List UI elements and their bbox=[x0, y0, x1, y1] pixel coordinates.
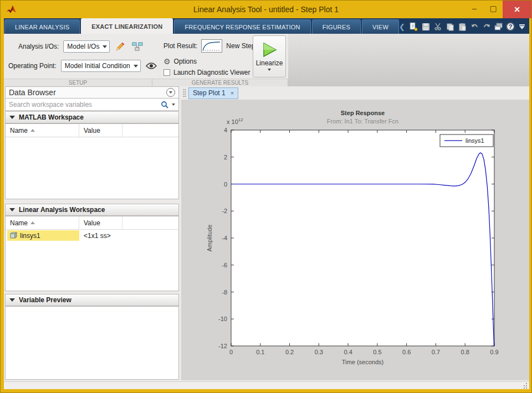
edit-pencil-icon[interactable] bbox=[114, 40, 126, 53]
collapse-icon bbox=[9, 208, 15, 211]
launch-diagnostic-checkbox[interactable]: Launch Diagnostic Viewer bbox=[163, 69, 250, 76]
resize-grip[interactable] bbox=[523, 383, 528, 389]
svg-text:0.2: 0.2 bbox=[285, 349, 294, 355]
block-diagram-icon[interactable] bbox=[131, 40, 144, 53]
plot-panel: Step Plot 1 × 00.10.20.30.40.50.60.70.80… bbox=[181, 86, 529, 380]
step-response-plot[interactable]: 00.10.20.30.40.50.60.70.80.9420-2-4-6-8-… bbox=[181, 100, 529, 380]
new-session-icon[interactable] bbox=[408, 22, 418, 32]
tab-view[interactable]: VIEW bbox=[362, 19, 399, 34]
data-browser-title: Data Browser bbox=[9, 88, 56, 97]
svg-text:0.6: 0.6 bbox=[402, 349, 411, 355]
operating-point-dropdown[interactable]: Model Initial Condition bbox=[61, 60, 141, 72]
collapse-ribbon-icon[interactable] bbox=[517, 22, 527, 32]
svg-text:0.8: 0.8 bbox=[461, 349, 469, 355]
tab-figures[interactable]: FIGURES bbox=[312, 19, 361, 34]
drag-handle[interactable] bbox=[183, 89, 186, 97]
analysis-ios-dropdown[interactable]: Model I/Os bbox=[63, 40, 110, 53]
tab-linear-analysis[interactable]: LINEAR ANALYSIS bbox=[4, 19, 80, 34]
table-row-linsys1[interactable]: linsys1 <1x1 ss> bbox=[6, 230, 178, 241]
close-button[interactable]: ✕ bbox=[503, 1, 531, 18]
search-input[interactable] bbox=[9, 101, 157, 108]
analysis-ios-label: Analysis I/Os: bbox=[18, 43, 59, 50]
svg-text:0.4: 0.4 bbox=[344, 349, 352, 355]
undo-icon[interactable] bbox=[469, 22, 479, 32]
main-area: Data Browser MATLAB Workspace Name bbox=[4, 86, 529, 381]
chevron-down-icon bbox=[134, 65, 138, 68]
search-options-icon[interactable] bbox=[172, 104, 175, 106]
chevron-down-icon bbox=[268, 69, 271, 71]
ribbon: Analysis I/Os: Model I/Os Operating Poin… bbox=[4, 34, 529, 86]
svg-text:Time (seconds): Time (seconds) bbox=[342, 359, 383, 365]
linear-analysis-workspace-table: Name Value linsys1 <1x1 ss bbox=[5, 216, 179, 291]
column-header-name[interactable]: Name bbox=[6, 124, 79, 137]
svg-text:-2: -2 bbox=[222, 208, 227, 214]
svg-text:-6: -6 bbox=[222, 262, 227, 268]
generate-results-section-label: GENERATE RESULTS bbox=[152, 79, 288, 86]
column-header-value[interactable]: Value bbox=[79, 124, 122, 137]
operating-point-label: Operating Point: bbox=[8, 62, 57, 70]
maximize-button[interactable]: ▢ bbox=[484, 1, 503, 16]
paste-icon[interactable] bbox=[457, 22, 467, 32]
matlab-workspace-header[interactable]: MATLAB Workspace bbox=[5, 111, 179, 123]
options-button[interactable]: ⚙ Options bbox=[163, 57, 197, 66]
svg-text:From: In1 To: Transfer Fcn: From: In1 To: Transfer Fcn bbox=[327, 118, 398, 125]
svg-text:-12: -12 bbox=[218, 343, 227, 349]
chevron-left-icon: ❮ bbox=[399, 23, 405, 31]
help-icon[interactable]: ? bbox=[506, 22, 515, 31]
redo-icon[interactable] bbox=[482, 22, 492, 32]
variable-preview-header[interactable]: Variable Preview bbox=[5, 294, 179, 306]
linear-analysis-workspace-header[interactable]: Linear Analysis Workspace bbox=[5, 204, 179, 216]
cut-icon[interactable] bbox=[433, 22, 443, 32]
close-tab-icon[interactable]: × bbox=[231, 90, 234, 96]
tab-step-plot-1[interactable]: Step Plot 1 × bbox=[188, 87, 238, 99]
copy-icon[interactable] bbox=[445, 22, 455, 32]
window-title: Linear Analysis Tool - untitled - Step P… bbox=[1, 5, 531, 14]
variable-preview-box bbox=[5, 306, 179, 380]
variable-name: linsys1 bbox=[20, 232, 40, 240]
ribbon-empty-area bbox=[288, 34, 529, 86]
svg-text:-10: -10 bbox=[218, 316, 227, 322]
data-browser-panel: Data Browser MATLAB Workspace Name bbox=[5, 86, 179, 380]
eye-icon[interactable] bbox=[145, 60, 157, 71]
minimize-button[interactable]: – bbox=[465, 1, 484, 16]
svg-text:0.9: 0.9 bbox=[490, 349, 498, 355]
state-space-cube-icon bbox=[10, 232, 17, 239]
gear-icon: ⚙ bbox=[163, 57, 171, 66]
svg-text:0.1: 0.1 bbox=[256, 349, 264, 355]
svg-text:2: 2 bbox=[224, 154, 227, 161]
window-layout-icon[interactable] bbox=[494, 22, 504, 32]
search-icon[interactable] bbox=[161, 101, 168, 108]
svg-text:0: 0 bbox=[224, 181, 227, 188]
svg-text:0.5: 0.5 bbox=[373, 349, 381, 355]
tab-frequency-response-estimation[interactable]: FREQUENCY RESPONSE ESTIMATION bbox=[174, 19, 310, 34]
svg-text:0.3: 0.3 bbox=[315, 349, 323, 355]
setup-section-label: SETUP bbox=[4, 79, 152, 86]
column-header-value[interactable]: Value bbox=[79, 216, 122, 229]
chevron-down-icon bbox=[103, 45, 107, 48]
step-plot-thumbnail-icon bbox=[201, 39, 222, 53]
svg-text:0.7: 0.7 bbox=[432, 349, 440, 355]
svg-text:4: 4 bbox=[224, 127, 227, 133]
document-tab-bar: Step Plot 1 × bbox=[181, 86, 529, 100]
ribbon-tab-bar: LINEAR ANALYSIS EXACT LINEARIZATION FREQ… bbox=[4, 18, 529, 34]
checkbox-icon bbox=[163, 69, 170, 76]
play-icon bbox=[261, 42, 278, 58]
linearize-button[interactable]: Linearize bbox=[253, 35, 286, 77]
sort-asc-icon bbox=[30, 221, 35, 224]
quick-access-toolbar: ❮ ? bbox=[398, 20, 528, 33]
svg-text:linsys1: linsys1 bbox=[466, 137, 484, 144]
collapse-icon bbox=[9, 298, 15, 302]
svg-text:-8: -8 bbox=[222, 289, 227, 296]
variable-value: <1x1 ss> bbox=[79, 232, 122, 240]
matlab-workspace-table: Name Value bbox=[5, 123, 179, 199]
panel-menu-icon[interactable] bbox=[166, 88, 175, 97]
svg-text:0: 0 bbox=[229, 349, 233, 355]
collapse-icon bbox=[9, 116, 15, 119]
column-header-name[interactable]: Name bbox=[6, 216, 79, 229]
sort-asc-icon bbox=[30, 129, 35, 132]
save-icon[interactable] bbox=[421, 22, 431, 32]
svg-text:Step Response: Step Response bbox=[341, 110, 385, 116]
title-bar: Linear Analysis Tool - untitled - Step P… bbox=[1, 1, 531, 18]
svg-text:x 1012: x 1012 bbox=[227, 117, 243, 125]
tab-exact-linearization[interactable]: EXACT LINEARIZATION bbox=[81, 18, 173, 34]
